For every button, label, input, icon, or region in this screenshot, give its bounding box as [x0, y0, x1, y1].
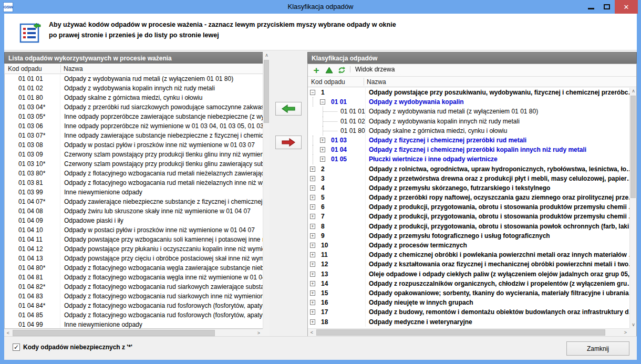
tree-row[interactable]: +14Odpady z rozpuszczalników organicznyc…	[308, 279, 636, 288]
tree-row[interactable]: +5Odpady z przeróbki ropy naftowej, oczy…	[308, 193, 636, 202]
tree-row[interactable]: 01 01 02Odpady z wydobywania kopalin inn…	[308, 117, 636, 126]
expand-icon[interactable]: +	[310, 309, 315, 315]
tree-row[interactable]: +11Odpady z chemicznej obróbki i powleka…	[308, 250, 636, 259]
waste-list-row[interactable]: 01 03 07*Inne odpady zawierające substan…	[5, 131, 269, 140]
waste-list-row[interactable]: 01 03 09Czerwony szlam powstający przy p…	[5, 150, 269, 159]
column-divider[interactable]	[364, 78, 364, 86]
waste-list-row[interactable]: 01 04 08Odpady żwiru lub skruszone skały…	[5, 206, 269, 216]
right-vertical-scrollbar[interactable]: ∧ ∨	[629, 88, 636, 328]
waste-list-row[interactable]: 01 04 09Odpadowe piaski i iły	[5, 216, 269, 225]
move-to-left-button[interactable]	[275, 102, 302, 116]
expand-icon[interactable]: +	[310, 185, 315, 191]
close-button[interactable]: ✕	[615, 0, 638, 14]
waste-list-row[interactable]: 01 03 81Odpady z flotacyjnego wzbogacani…	[5, 178, 269, 188]
right-col-code-header[interactable]: Kod odpadu	[311, 78, 345, 86]
move-to-right-button[interactable]	[275, 136, 302, 149]
tree-row[interactable]: +3Odpady z przetwórstwa drewna oraz z pr…	[308, 174, 636, 183]
tab-tree-view[interactable]: Widok drzewa	[349, 64, 400, 75]
scrollbar-thumb[interactable]	[264, 60, 269, 123]
tree-row[interactable]: +9Odpady z przemysłu fotograficznego i u…	[308, 231, 636, 241]
add-icon[interactable]: +	[311, 66, 322, 75]
waste-list-row[interactable]: 01 03 04*Odpady z przeróbki rud siarczko…	[5, 102, 269, 112]
tree-row[interactable]: +16Odpady nieujęte w innych grupach	[308, 298, 636, 307]
tree-row[interactable]: +13Oleje odpadowe i odpady ciekłych pali…	[308, 269, 636, 279]
column-divider[interactable]	[60, 65, 61, 72]
tree-row[interactable]: +01 04Odpady z fizycznej i chemicznej pr…	[308, 145, 636, 154]
close-dialog-button[interactable]: Zamknij	[566, 341, 629, 356]
waste-list-row[interactable]: 01 01 02Odpady z wydobywania kopalin inn…	[5, 84, 269, 93]
waste-list-row[interactable]: 01 03 08Odpady w postaci pyłów i proszkó…	[5, 140, 269, 150]
waste-list-row[interactable]: 01 04 12Odpady powstające przy płukaniu …	[5, 244, 269, 254]
expand-icon[interactable]: +	[310, 233, 315, 238]
expand-icon[interactable]: +	[310, 281, 315, 286]
tree-row[interactable]: +10Odpady z procesów termicznych	[308, 241, 636, 250]
waste-list-row[interactable]: 01 03 10*Czerwony szlam powstający przy …	[5, 159, 269, 169]
left-vertical-scrollbar[interactable]: ∧ ∨	[263, 52, 270, 337]
waste-list-row[interactable]: 01 04 11Odpady powstające przy wzbogacan…	[5, 235, 269, 244]
expand-tree-icon[interactable]	[324, 66, 334, 75]
expand-icon[interactable]: +	[310, 272, 315, 277]
scroll-up-icon[interactable]: ∧	[630, 88, 637, 95]
expand-icon[interactable]: +	[310, 252, 315, 257]
waste-list-row[interactable]: 01 03 05*Inne odpady poprzeróbcze zawier…	[5, 112, 269, 121]
scrollbar-thumb[interactable]	[316, 329, 605, 336]
waste-list-row[interactable]: 01 04 10Odpady w postaci pyłów i proszkó…	[5, 225, 269, 235]
waste-list-row[interactable]: 01 03 99Inne niewymienione odpady	[5, 188, 269, 197]
expand-icon[interactable]: +	[310, 167, 315, 172]
tree-row[interactable]: +12Odpady z kształtowania oraz fizycznej…	[308, 259, 636, 269]
waste-list-row[interactable]: 01 04 84*Odpady z flotacyjnego wzbogacan…	[5, 301, 269, 310]
tree-row[interactable]: +01 03Odpady z fizycznej i chemicznej pr…	[308, 136, 636, 145]
expand-icon[interactable]: +	[310, 195, 315, 200]
tree-row[interactable]: +15Odpady opakowaniowe; sorbenty, tkanin…	[308, 288, 636, 298]
waste-list-row[interactable]: 01 04 07*Odpady zawierające niebezpieczn…	[5, 197, 269, 206]
collapse-icon[interactable]: −	[310, 90, 315, 95]
tree-row[interactable]: +8Odpady z produkcji, przygotowania, obr…	[308, 222, 636, 231]
expand-icon[interactable]: +	[320, 147, 325, 152]
refresh-icon[interactable]	[336, 66, 347, 75]
expand-icon[interactable]: +	[320, 157, 325, 162]
waste-list-row[interactable]: 01 04 99Inne niewymienione odpady	[5, 320, 269, 329]
waste-list-row[interactable]: 01 04 13Odpady powstające przy cięciu i …	[5, 254, 269, 263]
expand-icon[interactable]: +	[310, 300, 315, 305]
waste-list-row[interactable]: 01 04 80*Odpady z flotacyjnego wzbogacan…	[5, 263, 269, 273]
expand-icon[interactable]: +	[310, 290, 315, 296]
expand-icon[interactable]: +	[310, 204, 315, 210]
waste-list-row[interactable]: 01 04 85Odpady z flotacyjnego wzbogacani…	[5, 310, 269, 320]
waste-list-row[interactable]: 01 04 81Odpady z flotacyjnego wzbogacani…	[5, 273, 269, 282]
right-horizontal-scrollbar[interactable]: < >	[308, 328, 629, 336]
left-column-header[interactable]: Kod odpadu Nazwa	[4, 64, 270, 74]
left-col-name-header[interactable]: Nazwa	[64, 65, 83, 72]
expand-icon[interactable]: +	[310, 224, 315, 229]
minimize-button[interactable]	[583, 0, 599, 14]
waste-list-row[interactable]: 01 01 01Odpady z wydobywania rud metali …	[5, 74, 269, 84]
tree-row[interactable]: 01 01 80Odpady skalne z górnictwa miedzi…	[308, 126, 636, 136]
tree-row[interactable]: 01 01 01Odpady z wydobywania rud metali …	[308, 107, 636, 116]
maximize-button[interactable]	[599, 0, 615, 14]
scroll-left-icon[interactable]: <	[308, 329, 316, 337]
waste-list-row[interactable]: 01 04 83Odpady z flotacyjnego wzbogacani…	[5, 292, 269, 301]
expand-icon[interactable]: +	[320, 138, 325, 143]
scrollbar-thumb[interactable]	[13, 330, 215, 336]
expand-icon[interactable]: +	[310, 214, 315, 219]
scroll-down-icon[interactable]: ∨	[630, 321, 637, 328]
checkbox-check-icon[interactable]: ✓	[13, 344, 20, 351]
title-bar[interactable]: GSW Klasyfikacja odpadów ✕	[0, 0, 641, 14]
waste-list-row[interactable]: 01 04 82*Odpady z flotacyjnego wzbogacan…	[5, 282, 269, 292]
waste-list-row[interactable]: 01 03 80*Odpady z flotacyjnego wzbogacan…	[5, 169, 269, 178]
expand-icon[interactable]: +	[310, 243, 315, 248]
expand-icon[interactable]: +	[310, 319, 315, 325]
right-col-name-header[interactable]: Nazwa	[367, 78, 386, 86]
expand-icon[interactable]: +	[310, 176, 315, 181]
scrollbar-thumb[interactable]	[630, 96, 636, 198]
tree-row[interactable]: +2Odpady z rolnictwa, ogrodnictwa, upraw…	[308, 164, 636, 174]
collapse-icon[interactable]: −	[320, 99, 325, 105]
left-horizontal-scrollbar[interactable]: < >	[4, 329, 263, 337]
right-column-header[interactable]: Kod odpadu Nazwa	[308, 77, 636, 87]
tree-row[interactable]: +7Odpady z produkcji, przygotowania, obr…	[308, 212, 636, 221]
scroll-right-icon[interactable]: >	[622, 329, 629, 337]
expand-icon[interactable]: +	[310, 262, 315, 267]
tree-row[interactable]: +01 05Płuczki wiertnicze i inne odpady w…	[308, 154, 636, 164]
tree-row[interactable]: +17Odpady z budowy, remontów i demontażu…	[308, 307, 636, 317]
waste-list-row[interactable]: 01 03 06Inne odpady poprzeróbcze niż wym…	[5, 121, 269, 131]
tree-row[interactable]: +4Odpady z przemysłu skórzanego, futrzar…	[308, 183, 636, 193]
